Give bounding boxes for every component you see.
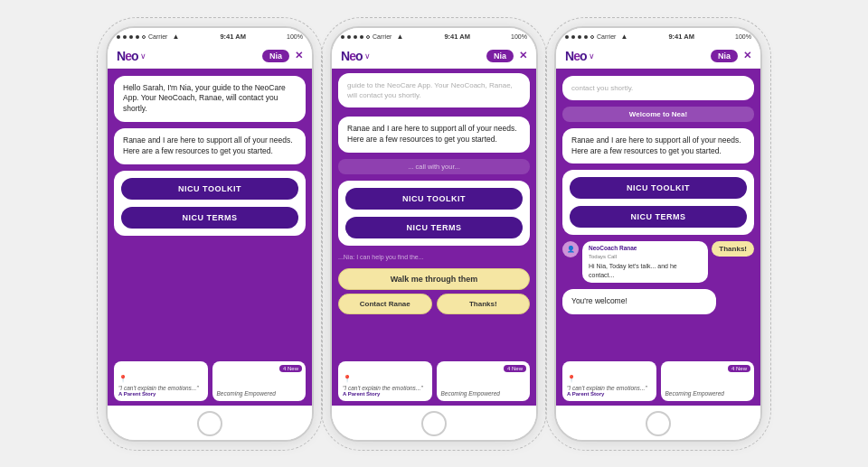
close-icon[interactable]: ✕ (519, 50, 527, 61)
becoming-text-2: Becoming Empowered (441, 390, 526, 397)
signal-dot (136, 35, 139, 39)
phone-1: Carrier ▲ 9:41 AM 100% Neo ∨ Nia ✕ (106, 26, 314, 442)
battery-text: 100% (287, 33, 303, 40)
signal-dot (366, 35, 370, 39)
home-button-2[interactable] (421, 411, 447, 436)
signal-dot (354, 35, 357, 39)
nia-badge[interactable]: Nia (262, 50, 289, 62)
nia-badge[interactable]: Nia (711, 50, 738, 62)
location-icon: 📍 (567, 375, 652, 383)
welcome-banner: Welcome to Nea! (562, 107, 754, 122)
thanks-bubble-inline[interactable]: Thanks! (712, 241, 754, 257)
new-badge-3: 4 New (728, 365, 750, 372)
thanks-button[interactable]: Thanks! (437, 294, 531, 314)
card-quote-2: "I can't explain the emotions..." (343, 385, 428, 391)
walk-me-button[interactable]: Walk me through them (338, 268, 530, 290)
signal-dot (142, 35, 146, 39)
nicu-toolkit-button-3[interactable]: NICU TOOLKIT (570, 177, 747, 199)
signal-dot (578, 35, 581, 39)
phone-3: Carrier ▲ 9:41 AM 100% Neo ∨ Nia ✕ (554, 26, 762, 442)
nicu-terms-button[interactable]: NICU TERMS (121, 207, 298, 229)
bottom-cards-2: 📍 "I can't explain the emotions..." A Pa… (332, 357, 536, 406)
coach-sub: Todays Call (589, 253, 702, 260)
bottom-cards-3: 📍 "I can't explain the emotions..." A Pa… (556, 357, 760, 406)
wifi-icon: ▲ (396, 33, 403, 41)
header-right: Nia ✕ (711, 50, 751, 62)
status-bar-1: Carrier ▲ 9:41 AM 100% (108, 28, 312, 44)
nicu-terms-button-2[interactable]: NICU TERMS (345, 217, 523, 238)
phone-bottom-1 (108, 406, 312, 440)
action-buttons-group: Walk me through them Contact Ranae Thank… (338, 268, 530, 314)
app-header-1: Neo ∨ Nia ✕ (108, 44, 312, 69)
battery-text: 100% (735, 33, 751, 40)
parent-story-card[interactable]: 📍 "I can't explain the emotions..." A Pa… (114, 361, 208, 401)
phone-wrapper-1: Carrier ▲ 9:41 AM 100% Neo ∨ Nia ✕ (106, 26, 314, 442)
nicu-toolkit-button[interactable]: NICU TOOLKIT (121, 178, 298, 200)
location-icon: 📍 (343, 375, 428, 383)
chat-bubble-3: Ranae and I are here to support all of y… (338, 117, 530, 153)
chevron-down-icon[interactable]: ∨ (589, 51, 595, 61)
home-button-3[interactable] (646, 411, 671, 436)
time-text: 9:41 AM (668, 33, 693, 41)
chevron-down-icon[interactable]: ∨ (140, 51, 146, 61)
buttons-group-3: NICU TOOLKIT NICU TERMS (562, 170, 754, 235)
parent-story-card-3[interactable]: 📍 "I can't explain the emotions..." A Pa… (562, 361, 656, 401)
signal-dot (117, 35, 120, 39)
header-right: Nia ✕ (262, 50, 303, 62)
carrier-text: Carrier (148, 33, 167, 40)
carrier-text: Carrier (373, 33, 392, 40)
call-partial-text: ... call with your... (338, 159, 530, 174)
chat-area-2: Ranae and I are here to support all of y… (332, 112, 536, 357)
chat-bubble-1: Hello Sarah, I'm Nia, your guide to the … (114, 76, 306, 123)
wifi-icon: ▲ (620, 33, 627, 41)
wifi-icon: ▲ (172, 33, 179, 41)
status-bar-3: Carrier ▲ 9:41 AM 100% (556, 28, 760, 44)
signal-dot (129, 35, 133, 39)
time-text: 9:41 AM (220, 33, 245, 41)
becoming-empowered-card[interactable]: 4 New Becoming Empowered (212, 361, 307, 401)
chat-bubble-2: Ranae and I are here to support all of y… (114, 128, 306, 164)
location-icon: 📍 (118, 375, 203, 383)
card-type: A Parent Story (118, 391, 203, 397)
partial-top-bubble: guide to the NeoCare App. Your NeoCoach,… (338, 73, 530, 107)
chevron-down-icon[interactable]: ∨ (364, 51, 371, 61)
nicu-terms-button-3[interactable]: NICU TERMS (570, 206, 747, 228)
neo-logo: Neo (117, 49, 137, 63)
contact-partial-bubble: contact you shortly. (562, 76, 754, 100)
chat-area-3: contact you shortly. Welcome to Nea! Ran… (556, 69, 760, 357)
phone-bottom-3 (556, 406, 760, 440)
coach-avatar: 👤 (562, 241, 579, 257)
phones-container: Carrier ▲ 9:41 AM 100% Neo ∨ Nia ✕ (0, 0, 868, 467)
contact-ranae-button[interactable]: Contact Ranae (338, 294, 432, 314)
phone-2: Carrier ▲ 9:41 AM 100% Neo ∨ Nia ✕ (330, 26, 538, 442)
status-bar-2: Carrier ▲ 9:41 AM 100% (332, 28, 536, 44)
coach-name: NeoCoach Ranae (589, 245, 702, 253)
becoming-text-3: Becoming Empowered (665, 390, 750, 397)
close-icon[interactable]: ✕ (743, 50, 751, 61)
card-type-2: A Parent Story (343, 391, 428, 397)
close-icon[interactable]: ✕ (295, 50, 303, 61)
signal-dot (347, 35, 351, 39)
buttons-group-2: NICU TOOLKIT NICU TERMS (338, 181, 530, 246)
card-quote: "I can't explain the emotions..." (118, 385, 203, 391)
becoming-empowered-card-3[interactable]: 4 New Becoming Empowered (661, 361, 755, 401)
phone-wrapper-2: Carrier ▲ 9:41 AM 100% Neo ∨ Nia ✕ (330, 26, 538, 442)
app-header-3: Neo ∨ Nia ✕ (556, 44, 760, 69)
neo-logo: Neo (565, 49, 586, 63)
coach-row: 👤 NeoCoach Ranae Todays Call Hi Nia, Tod… (562, 241, 754, 283)
youre-welcome-bubble: You're welcome! (562, 289, 716, 314)
signal-dot (341, 35, 344, 39)
nia-badge[interactable]: Nia (486, 50, 514, 62)
app-header-2: Neo ∨ Nia ✕ (332, 44, 536, 69)
becoming-empowered-card-2[interactable]: 4 New Becoming Empowered (437, 361, 531, 401)
parent-story-card-2[interactable]: 📍 "I can't explain the emotions..." A Pa… (338, 361, 432, 401)
new-badge-2: 4 New (504, 365, 526, 372)
home-button[interactable] (197, 411, 222, 436)
nicu-toolkit-button-2[interactable]: NICU TOOLKIT (345, 188, 523, 210)
battery-text: 100% (511, 33, 527, 40)
bottom-cards-1: 📍 "I can't explain the emotions..." A Pa… (108, 357, 312, 406)
phone-wrapper-3: Carrier ▲ 9:41 AM 100% Neo ∨ Nia ✕ (554, 26, 762, 442)
coach-text: Hi Nia, Today let's talk... and he conta… (589, 262, 702, 279)
coach-bubble: NeoCoach Ranae Todays Call Hi Nia, Today… (582, 241, 708, 283)
buttons-group-1: NICU TOOLKIT NICU TERMS (114, 171, 306, 236)
